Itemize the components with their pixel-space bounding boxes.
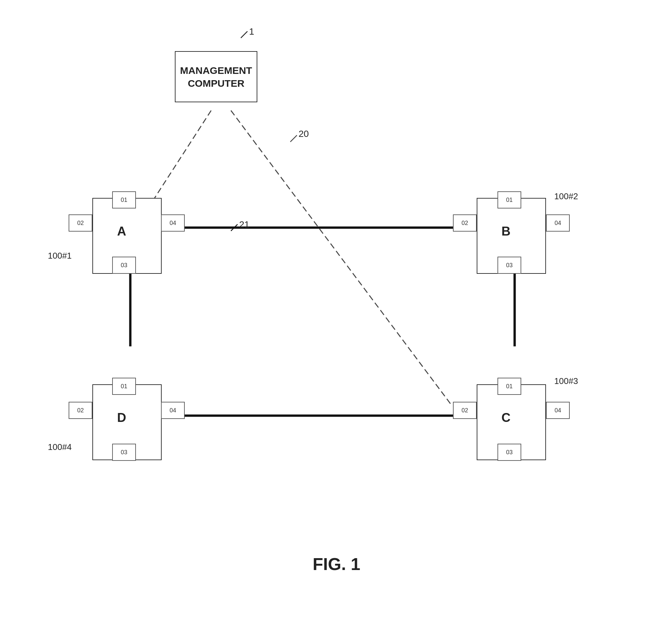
node-d-label: D [117, 411, 126, 425]
node-b-port04: 04 [546, 214, 570, 232]
diagram-svg [0, 0, 672, 636]
node-a-port03: 03 [112, 257, 136, 274]
diagram: MANAGEMENT COMPUTER 1 20 21 A 01 02 03 0… [0, 0, 672, 636]
ref-100-4-label: 100#4 [48, 442, 72, 452]
node-b-port01: 01 [497, 191, 521, 208]
ref-100-3-label: 100#3 [554, 376, 578, 386]
node-c-port01: 01 [497, 378, 521, 395]
node-a-label: A [117, 224, 126, 239]
node-a-port04: 04 [161, 214, 185, 232]
ref-20-tick [290, 135, 297, 142]
ref-100-2-label: 100#2 [554, 191, 578, 202]
ref-21-label: 21 [239, 219, 250, 230]
ref-1-label: 1 [249, 26, 254, 37]
ref-100-1-label: 100#1 [48, 251, 72, 261]
mgmt-label-line1: MANAGEMENT [180, 64, 252, 77]
node-b-label: B [501, 224, 510, 239]
node-b-port02: 02 [453, 214, 477, 232]
mgmt-label-line2: COMPUTER [188, 77, 244, 90]
node-c-port04: 04 [546, 402, 570, 419]
node-d-port03: 03 [112, 444, 136, 461]
ref-20-label: 20 [299, 128, 309, 139]
node-b-port03: 03 [497, 257, 521, 274]
node-c-port02: 02 [453, 402, 477, 419]
figure-caption: FIG. 1 [271, 554, 402, 574]
mgmt-to-c-line [231, 111, 452, 406]
ref-1-tick [241, 31, 248, 38]
node-a-port02: 02 [68, 214, 92, 232]
management-computer-box: MANAGEMENT COMPUTER [175, 51, 257, 102]
node-c-port03: 03 [497, 444, 521, 461]
node-d-port04: 04 [161, 402, 185, 419]
node-a-port01: 01 [112, 191, 136, 208]
node-c-label: C [501, 411, 510, 425]
node-d-port01: 01 [112, 378, 136, 395]
node-d-port02: 02 [68, 402, 92, 419]
